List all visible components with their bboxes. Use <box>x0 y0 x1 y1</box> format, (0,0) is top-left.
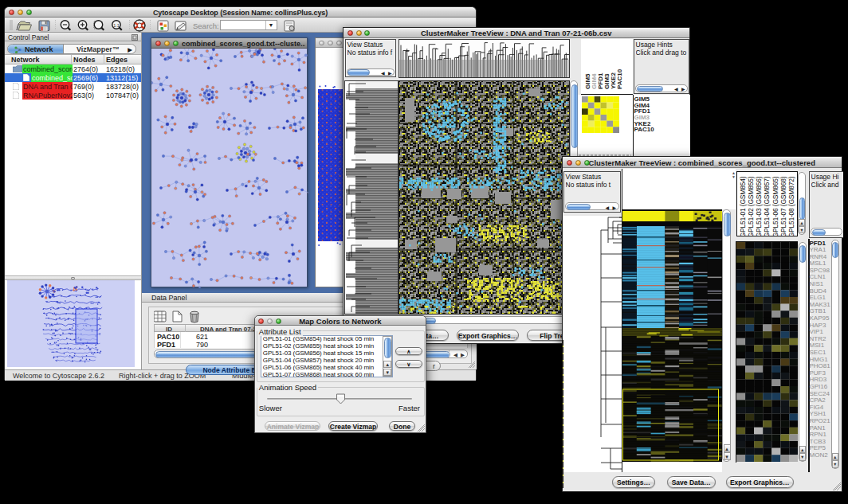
svg-text:1:1: 1:1 <box>113 23 120 28</box>
